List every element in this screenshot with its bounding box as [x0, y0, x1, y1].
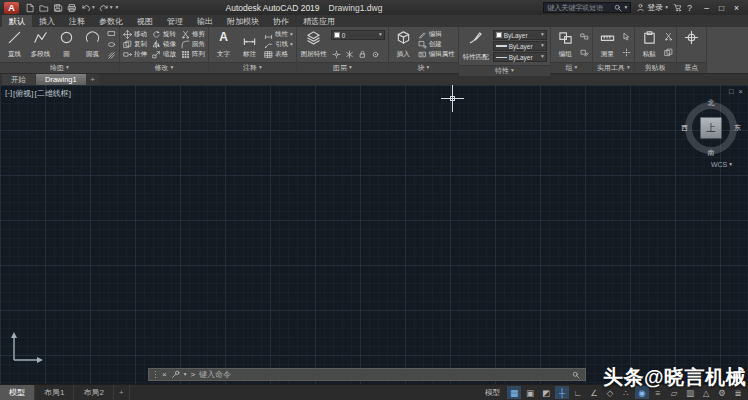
command-line[interactable]: × ▾ > 键入命令: [148, 368, 586, 381]
save-icon[interactable]: [52, 1, 64, 14]
viewcube-north-label[interactable]: 北: [708, 98, 715, 108]
ellipse-tool[interactable]: [107, 40, 116, 49]
tab-view[interactable]: 视图: [130, 15, 160, 27]
close-button[interactable]: ×: [729, 1, 744, 14]
table-tool[interactable]: 表格: [264, 50, 293, 59]
edit-block-tool[interactable]: 编辑: [418, 30, 455, 39]
drawing-restore-icon[interactable]: □: [729, 87, 734, 96]
copy-tool[interactable]: 复制: [123, 40, 147, 49]
model-space-button[interactable]: 模型: [480, 388, 505, 398]
ortho-mode-icon[interactable]: ∟: [571, 386, 585, 399]
viewcube-west-label[interactable]: 西: [681, 123, 688, 133]
viewcube[interactable]: 北 南 西 东 上: [682, 99, 740, 157]
layer-freeze-tool[interactable]: [345, 50, 354, 59]
tab-featured-apps[interactable]: 精选应用: [296, 15, 342, 27]
layer-dropdown[interactable]: 0▾: [331, 30, 385, 40]
layer-on-tool[interactable]: [332, 50, 341, 59]
redo-caret-icon[interactable]: ▾: [110, 5, 113, 11]
viewcube-top-face[interactable]: 上: [701, 118, 722, 139]
hatch-tool[interactable]: [107, 51, 116, 60]
stretch-tool[interactable]: 拉伸: [123, 50, 147, 59]
panel-properties-flyout[interactable]: 特性▾: [459, 65, 550, 76]
sign-in-button[interactable]: 登录 ▾: [636, 2, 668, 13]
copy-clip-tool[interactable]: [664, 48, 673, 57]
command-customize-icon[interactable]: [171, 370, 180, 379]
object-color-dropdown[interactable]: ByLayer▾: [493, 30, 547, 40]
model-tab[interactable]: 模型: [0, 385, 35, 400]
group-tool[interactable]: 编组: [554, 28, 577, 61]
panel-groups-flyout[interactable]: 组▾: [551, 62, 592, 73]
leader-tool[interactable]: 引线▾: [264, 40, 293, 49]
fillet-tool[interactable]: 圆角: [181, 40, 205, 49]
trim-tool[interactable]: 修剪: [181, 30, 205, 39]
tab-insert[interactable]: 插入: [32, 15, 62, 27]
new-file-icon[interactable]: [24, 1, 36, 14]
new-layout-button[interactable]: +: [114, 385, 130, 400]
insert-block-tool[interactable]: 插入: [392, 28, 415, 61]
undo-caret-icon[interactable]: ▾: [92, 5, 95, 11]
command-caret-icon[interactable]: ▾: [184, 372, 187, 378]
help-icon[interactable]: ?: [687, 3, 692, 13]
open-file-icon[interactable]: [38, 1, 50, 14]
layout2-tab[interactable]: 布局2: [74, 385, 113, 400]
drawing-canvas[interactable]: [-] [俯视] [二维线框] □ × 北 南 西 东 上 WCS▾ ×: [0, 85, 748, 384]
tab-annotate[interactable]: 注释: [62, 15, 92, 27]
tab-manage[interactable]: 管理: [160, 15, 190, 27]
layer-lock-tool[interactable]: [358, 50, 367, 59]
group-edit-tool[interactable]: [580, 48, 589, 57]
point-id-tool[interactable]: [622, 48, 631, 57]
viewcube-east-label[interactable]: 东: [734, 123, 741, 133]
polar-tracking-icon[interactable]: ∠: [587, 386, 601, 399]
search-icon[interactable]: [614, 4, 622, 12]
panel-modify-flyout[interactable]: 修改▾: [120, 62, 208, 73]
qat-customize-icon[interactable]: ▾: [116, 5, 119, 11]
create-block-tool[interactable]: 创建: [418, 40, 455, 49]
dynamic-input-icon[interactable]: ┼: [555, 386, 569, 399]
app-store-cart-icon[interactable]: [673, 3, 682, 12]
file-tab-drawing1[interactable]: Drawing1: [36, 74, 86, 85]
new-drawing-button[interactable]: +: [87, 74, 99, 85]
drawing-close-icon[interactable]: ×: [739, 87, 743, 96]
base-point-tool[interactable]: [680, 28, 703, 61]
grid-toggle-icon[interactable]: ▦: [507, 386, 521, 399]
redo-icon[interactable]: ▾: [98, 1, 114, 14]
line-tool[interactable]: 直线: [3, 28, 26, 61]
snap-toggle-icon[interactable]: ▣: [523, 386, 537, 399]
plot-icon[interactable]: [66, 1, 78, 14]
viewcube-south-label[interactable]: 南: [708, 148, 715, 158]
file-tab-start[interactable]: 开始: [2, 74, 35, 85]
viewport-visual-style-control[interactable]: [二维线框]: [35, 88, 71, 99]
wcs-dropdown[interactable]: WCS▾: [711, 161, 732, 168]
tab-addins[interactable]: 附加模块: [220, 15, 266, 27]
text-tool[interactable]: A文字: [212, 28, 235, 61]
dimension-tool[interactable]: 标注: [238, 28, 261, 61]
layer-properties-tool[interactable]: 图层特性: [300, 28, 328, 61]
polyline-tool[interactable]: 多段线: [29, 28, 52, 61]
arc-tool[interactable]: 圆弧: [81, 28, 104, 61]
layout1-tab[interactable]: 布局1: [35, 385, 74, 400]
command-input[interactable]: 键入命令: [199, 369, 231, 380]
minimize-button[interactable]: –: [699, 1, 714, 14]
array-tool[interactable]: 阵列: [181, 50, 205, 59]
command-search-icon[interactable]: [572, 371, 580, 379]
command-close-icon[interactable]: ×: [162, 371, 167, 379]
panel-annotation-flyout[interactable]: 注释▾: [209, 62, 296, 73]
maximize-button[interactable]: □: [714, 1, 729, 14]
viewport-view-control[interactable]: [俯视]: [13, 88, 33, 99]
search-caret-icon[interactable]: ▾: [624, 5, 627, 11]
cut-tool[interactable]: [664, 32, 673, 41]
infer-constraints-icon[interactable]: ◩: [539, 386, 553, 399]
app-menu-button[interactable]: A: [4, 2, 19, 14]
layer-isolate-tool[interactable]: [371, 50, 380, 59]
ungroup-tool[interactable]: [580, 32, 589, 41]
linetype-dropdown[interactable]: ByLayer▾: [493, 52, 547, 62]
panel-layers-flyout[interactable]: 图层▾: [297, 62, 388, 73]
rectangle-tool[interactable]: [107, 29, 116, 38]
move-tool[interactable]: 移动: [123, 30, 147, 39]
mirror-tool[interactable]: 镜像: [152, 40, 176, 49]
measure-tool[interactable]: 测量: [596, 28, 619, 61]
command-grip-icon[interactable]: [154, 370, 158, 379]
undo-icon[interactable]: ▾: [80, 1, 96, 14]
match-properties-tool[interactable]: 特性匹配: [462, 28, 490, 64]
rotate-tool[interactable]: 旋转: [152, 30, 176, 39]
